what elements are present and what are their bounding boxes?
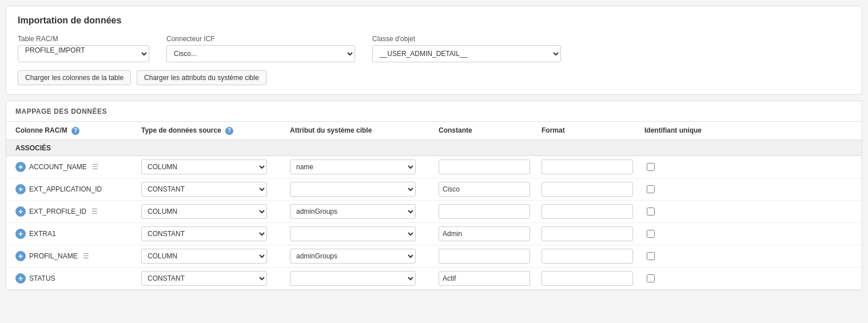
table-label: Table RAC/M [18,35,149,43]
unique-cell [644,163,853,171]
type-cell: COLUMNCONSTANT [141,226,290,241]
unique-checkbox[interactable] [647,185,655,193]
type-select[interactable]: COLUMNCONSTANT [141,159,267,174]
column-name: EXTRA1 [29,230,56,238]
format-cell [541,159,644,174]
type-cell: COLUMNCONSTANT [141,271,290,286]
racm-help-icon[interactable]: ? [71,127,79,135]
add-row-button[interactable]: + [15,206,26,217]
type-cell: COLUMNCONSTANT [141,204,290,219]
column-name: PROFIL_NAME [29,252,78,260]
unique-checkbox[interactable] [647,163,655,171]
column-name: EXT_APPLICATION_ID [29,185,102,193]
attr-cell: nameadminGroups [290,204,439,219]
table-row: +EXT_APPLICATION_IDCOLUMNCONSTANT [6,178,862,201]
attr-select[interactable] [290,182,416,197]
unique-cell [644,208,853,216]
format-input[interactable] [541,271,633,286]
format-input[interactable] [541,226,633,241]
associes-label: ASSOCIÉS [15,144,51,152]
attr-select[interactable]: nameadminGroups [290,249,416,264]
column-name: STATUS [29,274,55,282]
constant-cell [439,226,541,241]
attr-select[interactable] [290,226,416,241]
table-row: +ACCOUNT_NAME☰COLUMNCONSTANTnameadminGro… [6,156,862,178]
attr-select[interactable] [290,271,416,286]
type-select[interactable]: COLUMNCONSTANT [141,182,267,197]
form-row: Table RAC/M PROFILE_IMPORT Connecteur IC… [18,35,850,62]
list-icon: ☰ [91,208,98,216]
class-label: Classe d'objet [372,35,561,43]
type-cell: COLUMNCONSTANT [141,159,290,174]
constant-cell [439,182,541,197]
constant-input[interactable] [439,271,530,286]
th-format: Format [541,126,644,135]
connector-select[interactable]: Cisco... [166,45,355,62]
column-name: EXT_PROFILE_ID [29,208,86,216]
unique-cell [644,185,853,193]
format-cell [541,204,644,219]
data-rows-container: +ACCOUNT_NAME☰COLUMNCONSTANTnameadminGro… [6,156,862,290]
unique-checkbox[interactable] [647,230,655,238]
format-input[interactable] [541,159,633,174]
type-cell: COLUMNCONSTANT [141,182,290,197]
type-cell: COLUMNCONSTANT [141,249,290,264]
format-cell [541,249,644,264]
type-select[interactable]: COLUMNCONSTANT [141,271,267,286]
unique-checkbox[interactable] [647,252,655,260]
table-row: +EXT_PROFILE_ID☰COLUMNCONSTANTnameadminG… [6,201,862,223]
type-select[interactable]: COLUMNCONSTANT [141,226,267,241]
associes-group-row: ASSOCIÉS [6,140,862,156]
constant-input[interactable] [439,182,530,197]
constant-input[interactable] [439,159,530,174]
top-card: Importation de données Table RAC/M PROFI… [6,6,862,95]
add-row-button[interactable]: + [15,273,26,284]
load-columns-button[interactable]: Charger les colonnes de la table [18,70,131,85]
constant-input[interactable] [439,249,530,264]
add-row-button[interactable]: + [15,251,26,261]
type-help-icon[interactable]: ? [225,127,233,135]
constant-cell [439,204,541,219]
racm-cell: +STATUS [15,273,141,284]
format-input[interactable] [541,249,633,264]
format-input[interactable] [541,204,633,219]
add-row-button[interactable]: + [15,229,26,239]
class-select[interactable]: __USER_ADMIN_DETAIL__ [372,45,561,62]
class-group: Classe d'objet __USER_ADMIN_DETAIL__ [372,35,561,62]
format-cell [541,271,644,286]
type-select[interactable]: COLUMNCONSTANT [141,204,267,219]
button-row: Charger les colonnes de la table Charger… [18,70,850,85]
mapping-title: MAPPAGE DES DONNÉES [15,107,107,115]
racm-cell: +ACCOUNT_NAME☰ [15,162,141,172]
unique-cell [644,274,853,282]
format-cell [541,226,644,241]
racm-cell: +PROFIL_NAME☰ [15,251,141,261]
page-container: Importation de données Table RAC/M PROFI… [0,6,868,323]
attr-select[interactable]: nameadminGroups [290,204,416,219]
attr-select[interactable]: nameadminGroups [290,159,416,174]
type-select[interactable]: COLUMNCONSTANT [141,249,267,264]
th-const: Constante [439,126,541,135]
attr-cell [290,271,439,286]
mapping-header: MAPPAGE DES DONNÉES [6,101,862,122]
add-row-button[interactable]: + [15,184,26,194]
table-select[interactable]: PROFILE_IMPORT [18,45,149,62]
unique-checkbox[interactable] [647,208,655,216]
th-attr: Attribut du système cible [290,126,439,135]
load-attrs-button[interactable]: Charger les attributs du système cible [137,70,266,85]
constant-input[interactable] [439,204,530,219]
format-cell [541,182,644,197]
add-row-button[interactable]: + [15,162,26,172]
connector-group: Connecteur ICF Cisco... [166,35,355,62]
constant-input[interactable] [439,226,530,241]
table-group: Table RAC/M PROFILE_IMPORT [18,35,149,62]
th-type: Type de données source ? [141,126,290,135]
attr-cell [290,182,439,197]
attr-cell: nameadminGroups [290,249,439,264]
format-input[interactable] [541,182,633,197]
th-racm: Colonne RAC/M ? [15,126,141,135]
table-row: +STATUSCOLUMNCONSTANT [6,268,862,290]
racm-cell: +EXTRA1 [15,229,141,239]
racm-cell: +EXT_APPLICATION_ID [15,184,141,194]
unique-checkbox[interactable] [647,274,655,282]
